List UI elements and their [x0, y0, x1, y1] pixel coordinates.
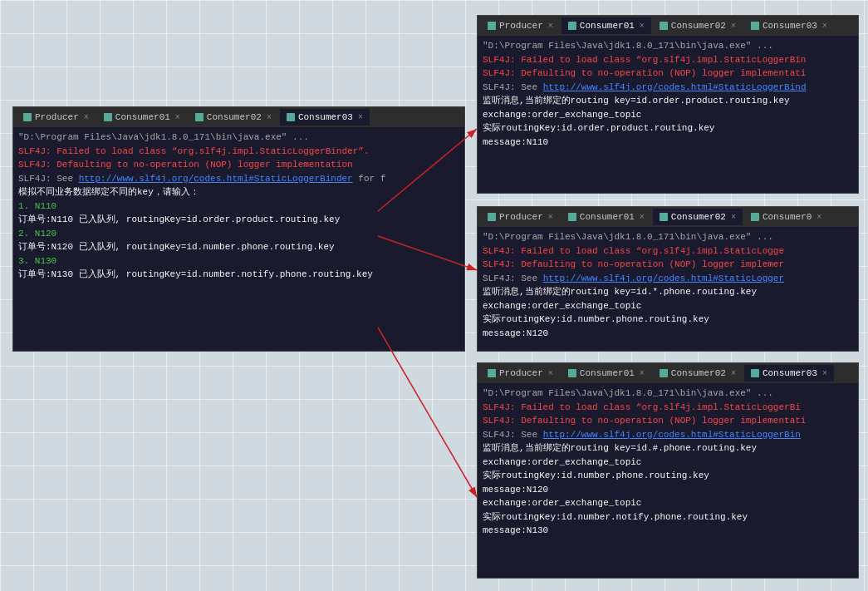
line-0: "D:\Program Files\Java\jdk1.8.0_171\bin\… [18, 131, 459, 145]
br-line-3: SLF4J: See http://www.slf4j.org/codes.ht… [483, 428, 853, 442]
line-5: 1. N110 [18, 199, 459, 214]
tr-line-6: 实际routingKey:id.order.product.routing.ke… [483, 121, 853, 135]
mr-line-4: 监听消息,当前绑定的routing key=id.*.phone.routing… [483, 285, 853, 299]
tab-mr-consumer01[interactable]: Consumer01 × [562, 209, 651, 225]
arrow-n130 [378, 328, 477, 497]
tab-tr-consumer01[interactable]: Consumer01 × [562, 17, 651, 34]
br-line-8: exchange:order_exchange_topic [483, 496, 853, 510]
top-right-tab-bar: Producer × Consumer01 × Consumer02 × Con… [478, 16, 858, 36]
tab-consumer02[interactable]: Consumer02 × [189, 109, 278, 126]
br-line-5: exchange:order_exchange_topic [483, 456, 853, 470]
tab-mr-consumer02[interactable]: Consumer02 × [653, 209, 743, 225]
br-line-0: "D:\Program Files\Java\jdk1.8.0_171\bin\… [483, 387, 853, 401]
tr-line-1: SLF4J: Failed to load class “org.slf4j.i… [483, 53, 853, 67]
tr-line-3: SLF4J: See http://www.slf4j.org/codes.ht… [483, 81, 853, 95]
tab-tr-consumer02[interactable]: Consumer02 × [653, 17, 743, 34]
tr-line-7: message:N110 [483, 135, 853, 150]
tab-producer[interactable]: Producer × [17, 109, 96, 126]
mid-right-tab-bar: Producer × Consumer01 × Consumer02 × Con… [478, 207, 858, 227]
tr-line-4: 监听消息,当前绑定的routing key=id.order.product.r… [483, 94, 853, 108]
tr-line-2: SLF4J: Defaulting to no-operation (NOP) … [483, 66, 853, 81]
br-line-1: SLF4J: Failed to load class “org.slf4j.i… [483, 401, 853, 415]
br-line-4: 监听消息,当前绑定的routing key=id.#.phone.routing… [483, 441, 853, 456]
line-1: SLF4J: Failed to load class “org.slf4j.i… [18, 145, 459, 159]
line-8: 订单号:N120 已入队列, routingKey=id.number.phon… [18, 240, 459, 254]
line-2: SLF4J: Defaulting to no-operation (NOP) … [18, 158, 459, 172]
main-terminal: Producer × Consumer01 × Consumer02 × Con… [12, 106, 465, 352]
mid-right-content: "D:\Program Files\Java\jdk1.8.0_171\bin\… [478, 227, 858, 343]
line-7: 2. N120 [18, 227, 459, 241]
top-right-content: "D:\Program Files\Java\jdk1.8.0_171\bin\… [478, 36, 858, 152]
mr-line-0: "D:\Program Files\Java\jdk1.8.0_171\bin\… [483, 230, 853, 244]
mr-line-6: 实际routingKey:id.number.phone.routing.key [483, 313, 853, 327]
main-tab-bar: Producer × Consumer01 × Consumer02 × Con… [13, 107, 464, 127]
br-line-10: message:N130 [483, 524, 853, 538]
mr-line-7: message:N120 [483, 327, 853, 341]
br-line-9: 实际routingKey:id.number.notify.phone.rout… [483, 510, 853, 525]
main-terminal-content: "D:\Program Files\Java\jdk1.8.0_171\bin\… [13, 127, 464, 285]
tab-tr-consumer03[interactable]: Consumer03 × [744, 17, 834, 34]
bot-right-terminal: Producer × Consumer01 × Consumer02 × Con… [477, 362, 859, 579]
tab-br-producer[interactable]: Producer × [481, 365, 560, 382]
top-right-terminal: Producer × Consumer01 × Consumer02 × Con… [477, 15, 859, 194]
line-3: SLF4J: See http://www.slf4j.org/codes.ht… [18, 172, 459, 186]
tr-line-5: exchange:order_exchange_topic [483, 108, 853, 122]
mid-right-terminal: Producer × Consumer01 × Consumer02 × Con… [477, 206, 859, 352]
tab-tr-producer[interactable]: Producer × [481, 17, 560, 34]
tab-consumer01[interactable]: Consumer01 × [97, 109, 187, 126]
line-6: 订单号:N110 已入队列, routingKey=id.order.produ… [18, 213, 459, 227]
tab-mr-producer[interactable]: Producer × [481, 209, 560, 225]
br-line-7: message:N120 [483, 483, 853, 497]
line-10: 订单号:N130 已入队列, routingKey=id.number.noti… [18, 268, 459, 282]
tab-br-consumer01[interactable]: Consumer01 × [562, 365, 651, 382]
br-line-6: 实际routingKey:id.number.phone.routing.key [483, 469, 853, 483]
tab-mr-consumer0[interactable]: Consumer0 × [744, 209, 828, 225]
mr-line-5: exchange:order_exchange_topic [483, 299, 853, 313]
bot-right-content: "D:\Program Files\Java\jdk1.8.0_171\bin\… [478, 383, 858, 541]
line-9: 3. N130 [18, 254, 459, 268]
mr-line-1: SLF4J: Failed to load class “org.slf4j.i… [483, 244, 853, 259]
tab-br-consumer03[interactable]: Consumer03 × [744, 365, 834, 382]
mr-line-3: SLF4J: See http://www.slf4j.org/codes.ht… [483, 272, 853, 286]
line-4: 模拟不同业务数据绑定不同的key，请输入： [18, 185, 459, 199]
tr-line-0: "D:\Program Files\Java\jdk1.8.0_171\bin\… [483, 39, 853, 53]
tab-br-consumer02[interactable]: Consumer02 × [653, 365, 743, 382]
br-line-2: SLF4J: Defaulting to no-operation (NOP) … [483, 414, 853, 428]
bot-right-tab-bar: Producer × Consumer01 × Consumer02 × Con… [478, 363, 858, 383]
mr-line-2: SLF4J: Defaulting to no-operation (NOP) … [483, 258, 853, 272]
tab-consumer03[interactable]: Consumer03 × [280, 109, 370, 126]
